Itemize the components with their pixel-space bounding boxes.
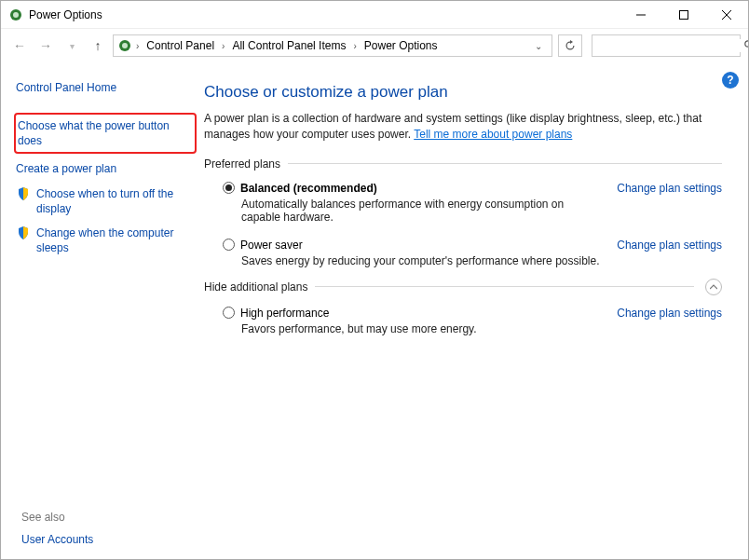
svg-point-1 [13, 12, 19, 18]
chevron-right-icon[interactable]: › [222, 41, 225, 51]
svg-point-7 [122, 43, 128, 48]
forward-button[interactable]: → [34, 34, 57, 57]
radio-high-performance[interactable] [223, 307, 235, 319]
plan-desc: Saves energy by reducing your computer's… [223, 252, 606, 267]
main-content: ? Choose or customize a power plan A pow… [197, 62, 748, 560]
plan-name[interactable]: Balanced (recommended) [240, 182, 377, 195]
refresh-button[interactable] [558, 34, 582, 57]
breadcrumb-home[interactable]: Control Panel [143, 39, 218, 52]
power-options-icon [8, 7, 23, 22]
back-button[interactable]: ← [8, 34, 31, 57]
address-bar[interactable]: › Control Panel › All Control Panel Item… [113, 34, 552, 57]
minimize-button[interactable] [620, 1, 662, 29]
collapse-button[interactable] [705, 279, 722, 295]
change-plan-settings-link[interactable]: Change plan settings [606, 182, 722, 224]
radio-balanced[interactable] [223, 182, 235, 194]
plan-balanced: Balanced (recommended) Automatically bal… [204, 178, 722, 235]
address-dropdown[interactable]: ⌄ [529, 41, 548, 51]
plan-desc: Automatically balances performance with … [223, 195, 606, 224]
radio-power-saver[interactable] [223, 239, 235, 251]
recent-dropdown[interactable]: ▾ [61, 34, 83, 57]
titlebar: Power Options [1, 1, 748, 29]
sidebar-item-power-button[interactable]: Choose what the power button does [18, 118, 191, 148]
change-plan-settings-link[interactable]: Change plan settings [606, 307, 722, 335]
preferred-plans-header: Preferred plans [204, 157, 722, 171]
up-button[interactable]: ↑ [87, 34, 109, 57]
plan-desc: Favors performance, but may use more ene… [223, 320, 606, 335]
chevron-right-icon[interactable]: › [136, 41, 139, 51]
sidebar-item-computer-sleeps[interactable]: Change when the computer sleeps [16, 225, 197, 255]
highlighted-sidebar-item: Choose what the power button does [14, 113, 197, 154]
chevron-right-icon[interactable]: › [353, 41, 356, 51]
sidebar-item-create-plan[interactable]: Create a power plan [16, 161, 197, 176]
see-also: See also User Accounts [21, 511, 93, 546]
additional-plans-header: Hide additional plans [204, 279, 722, 295]
help-icon[interactable]: ? [722, 72, 739, 89]
tell-me-more-link[interactable]: Tell me more about power plans [414, 128, 572, 141]
page-description: A power plan is a collection of hardware… [204, 111, 722, 143]
plan-high-performance: High performance Favors performance, but… [204, 303, 722, 347]
change-plan-settings-link[interactable]: Change plan settings [606, 239, 722, 267]
window-controls [620, 1, 748, 29]
breadcrumb-power-options[interactable]: Power Options [361, 39, 442, 52]
window-title: Power Options [29, 8, 620, 21]
search-input[interactable] [592, 39, 743, 52]
control-panel-home-link[interactable]: Control Panel Home [16, 81, 197, 94]
breadcrumb-all-items[interactable]: All Control Panel Items [228, 39, 349, 52]
plan-name[interactable]: High performance [240, 307, 329, 320]
shield-icon [16, 186, 31, 201]
address-icon [117, 38, 132, 53]
see-also-user-accounts[interactable]: User Accounts [21, 533, 93, 546]
close-button[interactable] [705, 1, 748, 29]
sidebar: Control Panel Home Choose what the power… [1, 62, 197, 560]
shield-icon [16, 225, 31, 240]
svg-point-8 [745, 40, 749, 46]
search-icon[interactable] [743, 39, 749, 53]
nav-row: ← → ▾ ↑ › Control Panel › All Control Pa… [1, 29, 748, 62]
plan-power-saver: Power saver Saves energy by reducing you… [204, 235, 722, 279]
page-title: Choose or customize a power plan [204, 83, 722, 102]
search-box[interactable] [592, 34, 741, 57]
see-also-title: See also [21, 511, 93, 524]
sidebar-item-turn-off-display[interactable]: Choose when to turn off the display [16, 186, 197, 216]
plan-name[interactable]: Power saver [240, 239, 303, 252]
maximize-button[interactable] [662, 1, 705, 29]
svg-rect-3 [680, 10, 688, 19]
